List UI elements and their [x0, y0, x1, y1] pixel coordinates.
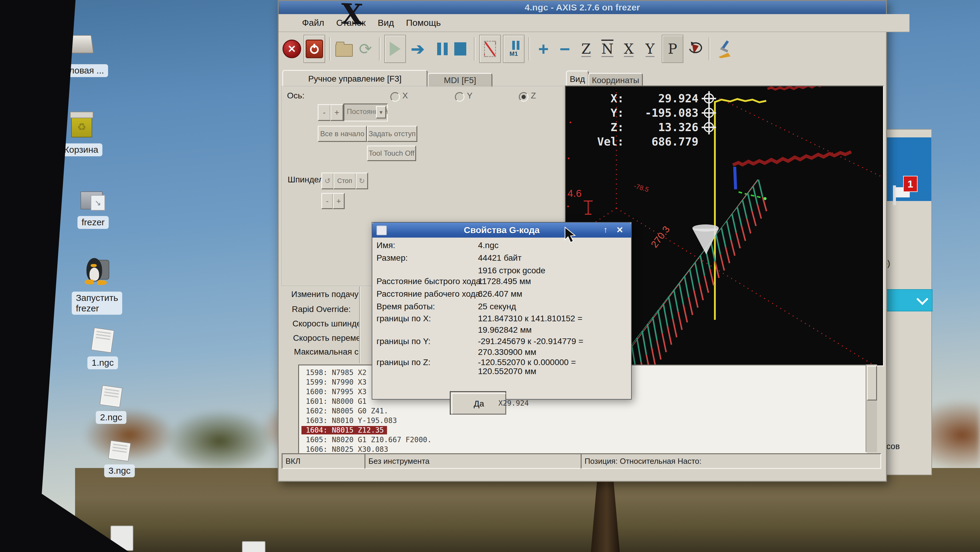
spindle-stop-button[interactable]: Стоп [333, 173, 356, 189]
menu-view[interactable]: Вид [378, 18, 394, 28]
jog-speed-label: Скорость перемец [293, 333, 360, 343]
dropdown-button[interactable] [881, 289, 932, 311]
desktop-icon-partial[interactable] [242, 541, 266, 552]
spindle-slower-button[interactable]: - [321, 193, 333, 209]
desktop-icon-label: Запустить frezer [72, 292, 123, 315]
gcode-scrollbar[interactable] [865, 365, 877, 452]
view-perspective-button[interactable]: P [662, 35, 683, 63]
gcode-line[interactable]: 1601: N8000 G1 [301, 397, 367, 406]
touch-off-button[interactable]: Задать отступ [367, 126, 417, 142]
jog-minus-button[interactable]: - [318, 104, 331, 121]
skip-lines-button[interactable] [479, 35, 501, 63]
menu-file[interactable]: Файл [302, 18, 324, 28]
scrollbar-thumb[interactable] [867, 366, 877, 400]
dialog-row-value: 4.ngc [478, 241, 499, 250]
gcode-fragment: X29.924 [498, 399, 529, 408]
desktop-icon-file-2[interactable]: 2.ngc [87, 386, 135, 424]
gcode-line[interactable]: 1605: N8020 G1 Z10.667 F2000. [301, 436, 431, 444]
dialog-row-value: 44421 байт [478, 253, 522, 263]
gcode-line[interactable]: 1602: N8005 G0 Z41. [301, 407, 388, 415]
view-x-button[interactable]: X [619, 36, 638, 62]
gcode-line[interactable]: 1599: N7990 X3 [301, 378, 367, 386]
machine-power-button[interactable] [304, 35, 325, 63]
extent-dimension-line [627, 179, 758, 353]
dialog-row-value: 25 секунд [478, 302, 516, 311]
gcode-line[interactable]: 1598: N7985 X2 [301, 368, 367, 377]
dialog-title: Свойства G-кода [464, 225, 540, 235]
dialog-row-value: 121.847310 к 141.810152 = [478, 314, 582, 324]
dialog-row-value: 120.552070 мм [478, 366, 536, 376]
tool-touch-off-button[interactable]: Tool Touch Off [367, 146, 416, 161]
dialog-row-value: 19.962842 мм [478, 325, 532, 335]
desktop-icon-folder-frezer[interactable]: ↘ frezer [63, 190, 123, 229]
dro-z-value: 13.326 [624, 121, 698, 134]
homed-icon [704, 122, 714, 132]
view-z-button[interactable]: Z [576, 36, 596, 62]
gcode-line-highlighted[interactable]: 1604: N8015 Z12.35 [301, 426, 387, 435]
power-icon [305, 40, 323, 58]
gcode-file-icon [108, 440, 131, 462]
run-from-line-button[interactable]: ➔ [408, 36, 427, 62]
toolbar-separator [329, 37, 331, 60]
run-icon [390, 42, 401, 56]
spindle-cw-button[interactable]: ↻ [355, 173, 368, 189]
gcode-line[interactable]: 1603: N8010 Y-195.083 [301, 416, 397, 425]
dro-x-value: 29.924 [624, 92, 698, 105]
desktop-icon-label: 1.ngc [88, 356, 118, 369]
dialog-row-label: Имя: [377, 241, 395, 250]
spindle-ccw-button[interactable]: ↺ [321, 173, 334, 189]
toolbar-separator [709, 37, 710, 60]
skip-lines-icon [484, 41, 496, 57]
window-title: 4.ngc - AXIS 2.7.6 on frezer [525, 2, 640, 13]
tux-penguin-icon [84, 257, 110, 286]
view-y-button[interactable]: Y [640, 36, 660, 62]
dro-z-label: Z: [588, 121, 624, 134]
tab-preview[interactable]: Вид [566, 70, 589, 87]
dro-y-value: -195.083 [624, 106, 698, 119]
zoom-out-button[interactable]: − [555, 36, 574, 62]
chevron-down-icon [916, 293, 928, 305]
radio-axis-y[interactable] [455, 92, 465, 102]
desktop-icon-launch-frezer[interactable]: Запустить frezer [65, 257, 129, 315]
pause-button[interactable] [430, 36, 449, 62]
reload-button[interactable]: ⟳ [356, 36, 375, 62]
notification-badge: 1 [903, 176, 918, 192]
gcode-line[interactable]: 1606: N8025 X30.083 [301, 445, 388, 454]
open-file-button[interactable] [334, 36, 354, 62]
jog-mode-combobox[interactable]: Постоянный ▾ [344, 103, 388, 122]
ok-button[interactable]: Да [452, 393, 506, 415]
view-z2-button[interactable]: N [598, 36, 617, 62]
max-velocity-label: Максимальная ск [294, 347, 360, 357]
run-program-button[interactable] [384, 35, 406, 63]
radio-axis-x[interactable] [390, 92, 400, 102]
window-titlebar[interactable]: 4.ngc - AXIS 2.7.6 on frezer [278, 1, 886, 14]
radio-axis-z[interactable] [519, 92, 528, 102]
tab-manual-control[interactable]: Ручное управление [F3] [282, 70, 428, 87]
home-all-button[interactable]: Все в начало [318, 126, 367, 142]
rapid-override-label: Rapid Override: [292, 305, 351, 314]
rotate-view-button[interactable] [686, 36, 705, 62]
open-folder-icon [336, 44, 353, 57]
tab-dro[interactable]: Координаты [588, 73, 643, 87]
jog-plus-button[interactable]: + [330, 104, 344, 121]
maximize-icon[interactable]: ↑ [603, 225, 608, 235]
gcode-line[interactable]: 1600: N7995 X3 [301, 388, 367, 396]
dialog-row-value: -291.245679 к -20.914779 = [478, 336, 583, 346]
tab-mdi[interactable]: MDI [F5] [428, 73, 492, 87]
stop-button[interactable] [451, 36, 470, 62]
dialog-titlebar[interactable]: Свойства G-кода ↑ ✕ [372, 223, 631, 238]
optional-stop-button[interactable]: M1 [503, 35, 525, 63]
rapid-path-main [733, 152, 851, 165]
trash-icon: ♻ [70, 112, 92, 137]
combobox-arrow-icon[interactable]: ▾ [376, 106, 386, 119]
zoom-in-button[interactable]: + [534, 36, 553, 62]
axis-label: Ось: [287, 91, 304, 100]
menu-help[interactable]: Помощь [406, 18, 441, 28]
estop-button[interactable]: ✕ [282, 36, 301, 62]
desktop-icon-file-3[interactable]: 3.ngc [95, 442, 143, 477]
dialog-row-label: границы по Y: [377, 336, 431, 346]
desktop-icon-file-1[interactable]: 1.ngc [79, 329, 127, 369]
spindle-faster-button[interactable]: + [332, 193, 345, 209]
clear-plot-button[interactable] [714, 36, 733, 62]
close-icon[interactable]: ✕ [616, 225, 623, 235]
